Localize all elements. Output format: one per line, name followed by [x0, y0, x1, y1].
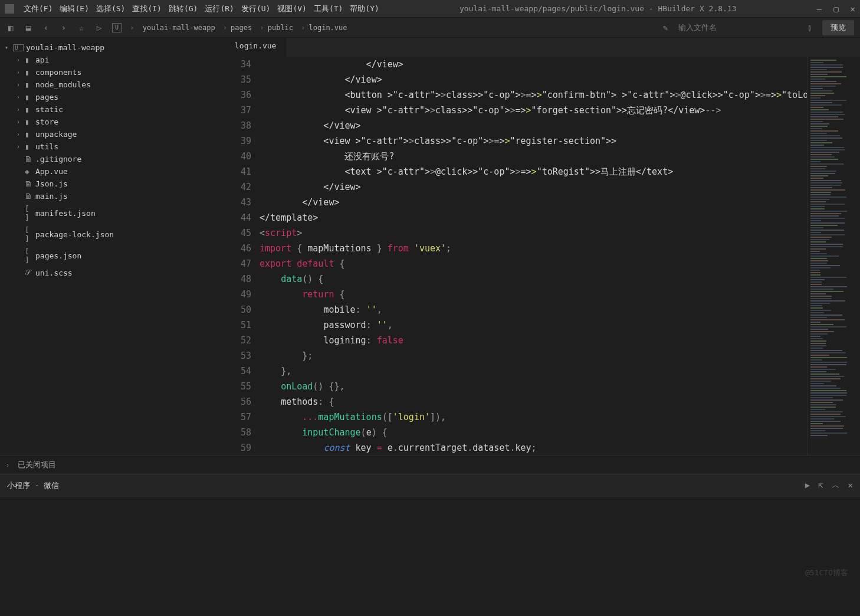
maximize-icon[interactable]: ▢: [833, 4, 838, 14]
collapse-icon[interactable]: ︿: [832, 480, 840, 491]
menu-edit[interactable]: 编辑(E): [60, 4, 88, 14]
line-gutter: 3435363738394041424344454647484950515253…: [224, 57, 260, 456]
crumb-public[interactable]: public: [268, 24, 306, 32]
menu-select[interactable]: 选择(S): [96, 4, 125, 14]
crumb-pages[interactable]: pages: [231, 24, 264, 32]
title-bar: 文件(F) 编辑(E) 选择(S) 查找(I) 跳转(G) 运行(R) 发行(U…: [0, 0, 860, 18]
file-main-js[interactable]: 🗎main.js: [0, 190, 224, 202]
folder-store[interactable]: ›▮store: [0, 116, 224, 128]
project-icon: U: [13, 44, 24, 51]
file-pages-json[interactable]: [ ]pages.json: [0, 245, 224, 266]
closed-projects-section[interactable]: › 已关闭项目: [0, 456, 860, 474]
code-content[interactable]: </view> </view> <button >"c-attr">>class…: [260, 57, 807, 456]
menu-publish[interactable]: 发行(U): [241, 4, 270, 14]
folder-node-modules[interactable]: ›▮node_modules: [0, 78, 224, 91]
folder-static[interactable]: ›▮static: [0, 103, 224, 116]
editor-tabs: login.vue: [224, 38, 860, 57]
file-icon: 🗎: [25, 155, 35, 163]
window-controls: — ▢ ✕: [817, 4, 855, 14]
folder-components[interactable]: ›▮components: [0, 66, 224, 78]
panel-bottom-icon[interactable]: ⬓: [24, 23, 33, 32]
main-area: ▾ U youlai-mall-weapp ›▮api ›▮components…: [0, 38, 860, 456]
json-icon: [ ]: [25, 204, 35, 222]
project-explorer[interactable]: ▾ U youlai-mall-weapp ›▮api ›▮components…: [0, 38, 224, 456]
menu-view[interactable]: 视图(V): [277, 4, 306, 14]
menu-file[interactable]: 文件(F): [24, 4, 52, 14]
js-icon: 🗎: [25, 179, 35, 188]
menu-tools[interactable]: 工具(T): [314, 4, 343, 14]
chevron-down-icon: ▾: [5, 44, 13, 51]
menu-goto[interactable]: 跳转(G): [169, 4, 198, 14]
json-icon: [ ]: [25, 247, 35, 264]
crumb-project[interactable]: youlai-mall-weapp: [143, 24, 227, 32]
console-header: 小程序 - 微信 ▶ ⇱ ︿ ✕: [0, 474, 860, 496]
file-package-lock[interactable]: [ ]package-lock.json: [0, 224, 224, 245]
preview-button[interactable]: 预览: [822, 20, 854, 35]
app-icon: [5, 4, 14, 14]
project-icon[interactable]: U: [112, 23, 122, 32]
breadcrumb[interactable]: youlai-mall-weapp pages public login.vue: [143, 24, 351, 32]
crumb-file[interactable]: login.vue: [309, 24, 351, 32]
minimize-icon[interactable]: —: [817, 4, 822, 14]
export-icon[interactable]: ⇱: [818, 480, 823, 491]
folder-unpackage[interactable]: ›▮unpackage: [0, 128, 224, 140]
folder-icon: ▮: [25, 142, 35, 151]
json-icon: [ ]: [25, 225, 35, 243]
folder-icon: ▮: [25, 93, 35, 101]
file-gitignore[interactable]: 🗎.gitignore: [0, 153, 224, 165]
folder-icon: ▮: [25, 105, 35, 114]
file-app-vue[interactable]: ◈App.vue: [0, 165, 224, 178]
folder-icon: ▮: [25, 68, 35, 77]
play-icon[interactable]: ▷: [94, 23, 104, 32]
window-title: youlai-mall-weapp/pages/public/login.vue…: [379, 4, 817, 13]
js-icon: 🗎: [25, 192, 35, 201]
folder-api[interactable]: ›▮api: [0, 54, 224, 66]
menu-run[interactable]: 运行(R): [205, 4, 234, 14]
project-name: youlai-mall-weapp: [26, 43, 104, 52]
star-icon[interactable]: ☆: [77, 23, 86, 32]
project-root[interactable]: ▾ U youlai-mall-weapp: [0, 41, 224, 54]
menu-bar: 文件(F) 编辑(E) 选择(S) 查找(I) 跳转(G) 运行(R) 发行(U…: [24, 4, 379, 14]
toolbar: ◧ ⬓ ‹ › ☆ ▷ U › youlai-mall-weapp pages …: [0, 18, 860, 38]
closed-projects-label: 已关闭项目: [18, 460, 56, 469]
chevron-right-icon: ›: [6, 462, 9, 468]
nav-back-icon[interactable]: ‹: [41, 23, 51, 32]
console-title: 小程序 - 微信: [7, 480, 805, 491]
play-icon[interactable]: ▶: [805, 480, 810, 491]
editor-area: login.vue 343536373839404142434445464748…: [224, 38, 860, 456]
folder-icon: ▮: [25, 80, 35, 89]
folder-pages[interactable]: ›▮pages: [0, 91, 224, 103]
code-editor[interactable]: 3435363738394041424344454647484950515253…: [224, 57, 860, 456]
folder-icon: ▮: [25, 117, 35, 126]
folder-utils[interactable]: ›▮utils: [0, 140, 224, 153]
panel-left-icon[interactable]: ◧: [6, 23, 15, 32]
menu-help[interactable]: 帮助(Y): [350, 4, 379, 14]
file-uni-scss[interactable]: 𝒮uni.scss: [0, 266, 224, 279]
vue-icon: ◈: [25, 167, 35, 176]
file-json-js[interactable]: 🗎Json.js: [0, 178, 224, 190]
new-file-icon[interactable]: ✎: [661, 23, 670, 32]
tab-login-vue[interactable]: login.vue: [224, 38, 287, 57]
file-search-input[interactable]: [678, 23, 796, 32]
menu-find[interactable]: 查找(I): [132, 4, 161, 14]
folder-icon: ▮: [25, 130, 35, 139]
close-panel-icon[interactable]: ✕: [848, 480, 853, 491]
file-manifest-json[interactable]: [ ]manifest.json: [0, 202, 224, 224]
watermark: @51CTO博客: [805, 568, 848, 578]
nav-forward-icon[interactable]: ›: [59, 23, 68, 32]
scss-icon: 𝒮: [25, 268, 35, 277]
filter-icon[interactable]: ⫿: [805, 23, 814, 32]
close-icon[interactable]: ✕: [851, 4, 855, 14]
minimap[interactable]: [807, 57, 860, 456]
folder-icon: ▮: [25, 55, 35, 64]
console-body[interactable]: [0, 496, 860, 616]
